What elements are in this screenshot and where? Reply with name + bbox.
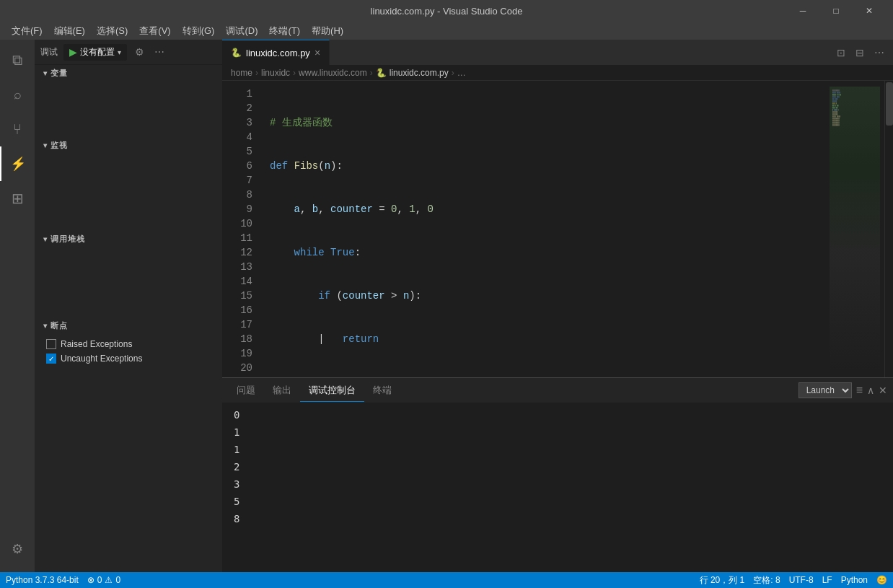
close-button[interactable]: ✕ (853, 0, 886, 22)
status-errors[interactable]: ⊗ 0 ⚠ 0 (87, 575, 120, 585)
menu-item-文件f[interactable]: 文件(F) (6, 23, 48, 39)
activity-settings[interactable]: ⚙ (0, 532, 35, 566)
tab-close-button[interactable]: × (314, 47, 320, 58)
panel-close-button[interactable]: ✕ (879, 385, 887, 396)
watch-chevron: ▾ (43, 141, 48, 149)
sidebar: 调试 ▶ 没有配置 ▾ ⚙ ⋯ ▾ 变量 ▾ 监视 (35, 40, 222, 572)
title-bar: linuxidc.com.py - Visual Studio Code ─ □… (0, 0, 893, 22)
panel-tab-actions: Launch ≡ ∧ ✕ (799, 382, 887, 398)
console-output-2: 1 (234, 441, 881, 458)
spaces-text: 空格: 8 (753, 574, 780, 587)
panel-tab-terminal[interactable]: 终端 (364, 379, 400, 402)
code-editor[interactable]: 12345 678910 1112131415 1617181920 # 生成器… (222, 81, 827, 377)
breadcrumb: home › linuxidc › www.linuxidc.com › 🐍 l… (222, 65, 893, 81)
status-language[interactable]: Python (841, 574, 868, 587)
menu-item-选择s[interactable]: 选择(S) (91, 23, 133, 39)
toggle-sidebar-button[interactable]: ⊟ (853, 45, 867, 60)
menu-item-调试d[interactable]: 调试(D) (220, 23, 263, 39)
menu-item-编辑e[interactable]: 编辑(E) (48, 23, 91, 39)
watch-toggle[interactable]: ▾ 监视 (35, 137, 222, 154)
activity-search[interactable]: ⌕ (0, 77, 35, 112)
line-col-text: 行 20，列 1 (700, 574, 745, 587)
breakpoints-toggle[interactable]: ▾ 断点 (35, 317, 222, 334)
language-text: Python (841, 575, 868, 585)
menu-item-终端t[interactable]: 终端(T) (263, 23, 306, 39)
variables-toggle[interactable]: ▾ 变量 (35, 65, 222, 82)
callstack-title: 调用堆栈 (50, 234, 85, 245)
uncaught-label: Uncaught Exceptions (61, 354, 142, 364)
feedback-icon: 😊 (876, 575, 887, 585)
window-title: linuxidc.com.py - Visual Studio Code (371, 6, 523, 17)
menu-item-查看v[interactable]: 查看(V) (133, 23, 176, 39)
more-actions-button[interactable]: ⋯ (871, 45, 887, 60)
console-output-5: 5 (234, 493, 881, 510)
breadcrumb-linuxidc[interactable]: linuxidc (261, 68, 290, 78)
activity-extensions[interactable]: ⊞ (0, 181, 35, 216)
status-feedback[interactable]: 😊 (876, 574, 887, 587)
breakpoints-content: Raised Exceptions Uncaught Exceptions (35, 334, 222, 369)
play-icon: ▶ (69, 46, 77, 58)
debug-more-button[interactable]: ⋯ (152, 44, 167, 60)
menu-item-转到g[interactable]: 转到(G) (177, 23, 221, 39)
activity-explorer[interactable]: ⧉ (0, 43, 35, 77)
run-config-label: 没有配置 (80, 46, 115, 58)
variables-title: 变量 (50, 68, 68, 79)
minimap: ████████ ████ ████ ████ █ █ █ ████ ███ █… (827, 81, 884, 377)
split-editor-button[interactable]: ⊡ (834, 45, 848, 60)
active-tab[interactable]: 🐍 linuxidc.com.py × (222, 40, 330, 65)
console-output-0: 0 (234, 406, 881, 424)
watch-title: 监视 (50, 140, 68, 151)
error-count: 0 (97, 575, 102, 585)
activity-debug[interactable]: ⚡ (0, 146, 35, 181)
callstack-chevron: ▾ (43, 235, 48, 243)
panel-tab-bar: 问题 输出 调试控制台 终端 Launch ≡ (222, 378, 893, 403)
raised-checkbox[interactable] (46, 339, 56, 349)
debug-settings-button[interactable]: ⚙ (133, 44, 146, 60)
breakpoint-uncaught[interactable]: Uncaught Exceptions (35, 351, 222, 366)
menu-item-帮助h[interactable]: 帮助(H) (306, 23, 349, 39)
variables-chevron: ▾ (43, 69, 48, 77)
variables-section: ▾ 变量 (35, 65, 222, 137)
breakpoints-title: 断点 (50, 320, 68, 331)
run-debug-button[interactable]: ▶ 没有配置 ▾ (63, 44, 127, 61)
line-numbers: 12345 678910 1112131415 1617181920 (222, 81, 258, 377)
breadcrumb-home[interactable]: home (231, 68, 252, 78)
status-line-col[interactable]: 行 20，列 1 (700, 574, 745, 587)
panel-filter-button[interactable]: ≡ (856, 384, 863, 397)
status-right: 行 20，列 1 空格: 8 UTF-8 LF Python 😊 (700, 574, 887, 587)
encoding-text: UTF-8 (789, 575, 814, 585)
launch-select[interactable]: Launch (799, 382, 852, 398)
warning-icon: ⚠ (105, 575, 113, 585)
minimize-button[interactable]: ─ (786, 0, 819, 22)
breadcrumb-filename[interactable]: linuxidc.com.py (390, 68, 449, 78)
maximize-button[interactable]: □ (819, 0, 853, 22)
tab-file-icon: 🐍 (231, 48, 242, 58)
window-controls[interactable]: ─ □ ✕ (786, 0, 886, 22)
breadcrumb-wwwlinuxidc[interactable]: www.linuxidc.com (299, 68, 367, 78)
callstack-toggle[interactable]: ▾ 调用堆栈 (35, 231, 222, 247)
breadcrumb-more[interactable]: … (457, 68, 466, 78)
breakpoint-raised[interactable]: Raised Exceptions (35, 337, 222, 351)
callstack-section: ▾ 调用堆栈 (35, 231, 222, 317)
uncaught-checkbox[interactable] (46, 354, 56, 364)
breadcrumb-file-icon: 🐍 (376, 68, 387, 78)
panel-tab-debug-console[interactable]: 调试控制台 (300, 379, 364, 402)
menu-bar: 文件(F)编辑(E)选择(S)查看(V)转到(G)调试(D)终端(T)帮助(H) (0, 22, 893, 40)
activity-source-control[interactable]: ⑂ (0, 112, 35, 146)
tab-actions: ⊡ ⊟ ⋯ (828, 40, 893, 65)
panel-tab-problems[interactable]: 问题 (228, 379, 264, 402)
code-lines: # 生成器函数 def Fibs(n): a, b, counter = 0, … (258, 81, 827, 377)
tab-bar: 🐍 linuxidc.com.py × ⊡ ⊟ ⋯ (222, 40, 893, 65)
status-debug-info[interactable]: Python 3.7.3 64-bit (6, 575, 79, 585)
editor-scrollbar[interactable] (884, 81, 893, 377)
console-output-4: 3 (234, 475, 881, 493)
debug-toolbar: 调试 ▶ 没有配置 ▾ ⚙ ⋯ (35, 40, 222, 65)
status-line-ending[interactable]: LF (822, 574, 832, 587)
callstack-content (35, 247, 222, 317)
variables-content (35, 82, 222, 137)
status-encoding[interactable]: UTF-8 (789, 574, 814, 587)
status-spaces[interactable]: 空格: 8 (753, 574, 780, 587)
panel-collapse-button[interactable]: ∧ (867, 385, 874, 396)
warning-count: 0 (115, 575, 120, 585)
panel-tab-output[interactable]: 输出 (264, 379, 300, 402)
